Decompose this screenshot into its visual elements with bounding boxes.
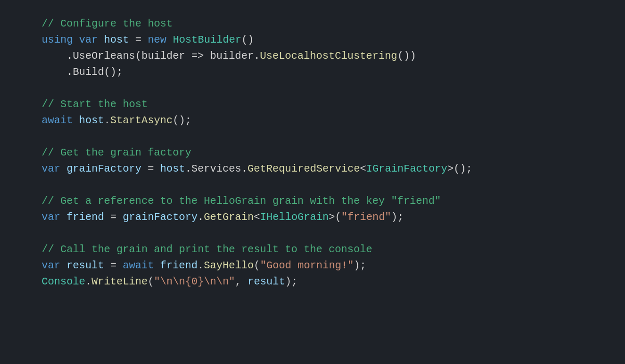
code-line-4: await host.StartAsync(); <box>42 112 599 128</box>
code-editor: // Configure the host using var host = n… <box>0 0 625 364</box>
code-line-8: Console.WriteLine("\n\n{0}\n\n", result)… <box>42 274 599 290</box>
code-line-7: var result = await friend.SayHello("Good… <box>42 257 599 274</box>
code-line-1: using var host = new HostBuilder() <box>42 32 599 48</box>
code-line-3: .Build(); <box>42 64 599 80</box>
comment-line-1: // Configure the host <box>42 16 599 32</box>
code-block: // Configure the host using var host = n… <box>42 16 599 290</box>
comment-line-2: // Start the host <box>42 96 599 112</box>
code-line-5: var grainFactory = host.Services.GetRequ… <box>42 161 599 177</box>
code-line-6: var friend = grainFactory.GetGrain<IHell… <box>42 209 599 225</box>
comment-line-3: // Get the grain factory <box>42 145 599 161</box>
empty-line-3 <box>42 177 599 193</box>
empty-line-1 <box>42 80 599 96</box>
comment-line-4: // Get a reference to the HelloGrain gra… <box>42 193 599 209</box>
code-line-2: .UseOrleans(builder => builder.UseLocalh… <box>42 48 599 64</box>
empty-line-4 <box>42 225 599 241</box>
empty-line-2 <box>42 128 599 145</box>
comment-line-5: // Call the grain and print the result t… <box>42 241 599 257</box>
